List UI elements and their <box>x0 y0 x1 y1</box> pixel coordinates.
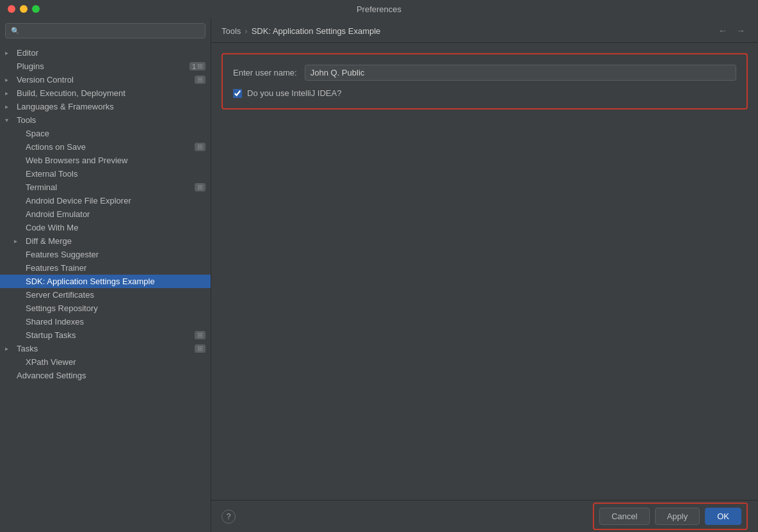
username-label: Enter user name: <box>233 68 297 77</box>
sidebar-item-diff-merge[interactable]: ▸Diff & Merge <box>0 234 211 248</box>
search-box[interactable]: 🔍 <box>5 23 206 38</box>
breadcrumb-separator: › <box>245 26 247 36</box>
ok-button[interactable]: OK <box>705 508 741 525</box>
sidebar-item-languages-frameworks[interactable]: ▸Languages & Frameworks <box>0 100 211 113</box>
nav-arrows: ← → <box>716 24 748 37</box>
sidebar-label-server-certificates: Server Certificates <box>26 290 211 300</box>
sidebar-label-plugins: Plugins <box>17 61 187 71</box>
sidebar-item-editor[interactable]: ▸Editor <box>0 46 211 60</box>
sidebar-label-editor: Editor <box>17 48 211 58</box>
nav-back-arrow[interactable]: ← <box>716 24 730 37</box>
sidebar-item-tools[interactable]: ▾Tools <box>0 113 211 127</box>
sidebar-item-build-execution[interactable]: ▸Build, Execution, Deployment <box>0 86 211 100</box>
sidebar-label-xpath-viewer: XPath Viewer <box>26 357 211 367</box>
action-buttons: Cancel Apply OK <box>593 503 748 530</box>
sidebar-label-version-control: Version Control <box>17 75 192 85</box>
cancel-button[interactable]: Cancel <box>599 508 649 525</box>
sidebar-item-plugins[interactable]: Plugins1⊞ <box>0 60 211 73</box>
intellij-checkbox[interactable] <box>233 89 242 98</box>
sidebar-item-android-emulator[interactable]: Android Emulator <box>0 207 211 221</box>
breadcrumb-current: SDK: Application Settings Example <box>252 26 381 36</box>
item-badge-actions-on-save: ⊞ <box>195 143 206 151</box>
sidebar-item-advanced-settings[interactable]: Advanced Settings <box>0 369 211 382</box>
checkbox-row: Do you use IntelliJ IDEA? <box>233 88 736 98</box>
sidebar-label-build-execution: Build, Execution, Deployment <box>17 88 211 98</box>
expand-arrow-diff-merge: ▸ <box>14 238 23 245</box>
window-controls <box>8 5 40 13</box>
sidebar-label-external-tools: External Tools <box>26 169 211 179</box>
close-button[interactable] <box>8 5 15 13</box>
sidebar-item-shared-indexes[interactable]: Shared Indexes <box>0 315 211 328</box>
sidebar-label-settings-repository: Settings Repository <box>26 303 211 313</box>
sidebar-item-xpath-viewer[interactable]: XPath Viewer <box>0 355 211 369</box>
sidebar-item-startup-tasks[interactable]: Startup Tasks⊞ <box>0 328 211 342</box>
content-header: Tools › SDK: Application Settings Exampl… <box>211 18 758 43</box>
sidebar-item-tasks[interactable]: ▸Tasks⊞ <box>0 342 211 355</box>
search-icon: 🔍 <box>11 27 20 35</box>
item-badge-startup-tasks: ⊞ <box>195 331 206 339</box>
bottom-bar: ? Cancel Apply OK <box>211 500 758 532</box>
sidebar-label-tasks: Tasks <box>17 344 192 353</box>
dialog: 🔍 ▸EditorPlugins1⊞▸Version Control⊞▸Buil… <box>0 18 758 532</box>
sidebar-item-features-suggester[interactable]: Features Suggester <box>0 248 211 261</box>
sidebar-item-android-device-file-explorer[interactable]: Android Device File Explorer <box>0 194 211 207</box>
content-body: Enter user name: Do you use IntelliJ IDE… <box>211 43 758 500</box>
breadcrumb: Tools › SDK: Application Settings Exampl… <box>222 26 380 36</box>
maximize-button[interactable] <box>32 5 40 13</box>
grid-icon-actions-on-save: ⊞ <box>197 143 203 151</box>
sidebar-item-code-with-me[interactable]: Code With Me <box>0 221 211 234</box>
sidebar-label-startup-tasks: Startup Tasks <box>26 330 192 340</box>
item-badge-tasks: ⊞ <box>195 344 206 353</box>
search-input[interactable] <box>24 26 200 35</box>
sidebar-label-features-trainer: Features Trainer <box>26 263 211 273</box>
sidebar: 🔍 ▸EditorPlugins1⊞▸Version Control⊞▸Buil… <box>0 18 211 532</box>
sidebar-item-settings-repository[interactable]: Settings Repository <box>0 302 211 315</box>
content-area: Tools › SDK: Application Settings Exampl… <box>211 18 758 532</box>
sidebar-label-space: Space <box>26 129 211 138</box>
help-button[interactable]: ? <box>222 510 236 524</box>
sidebar-item-actions-on-save[interactable]: Actions on Save⊞ <box>0 140 211 154</box>
sdk-panel: Enter user name: Do you use IntelliJ IDE… <box>222 53 748 109</box>
window-title: Preferences <box>357 4 401 14</box>
sidebar-label-sdk-app-settings: SDK: Application Settings Example <box>26 277 211 286</box>
checkbox-label: Do you use IntelliJ IDEA? <box>247 88 341 98</box>
sidebar-item-terminal[interactable]: Terminal⊞ <box>0 181 211 194</box>
sidebar-label-android-device-file-explorer: Android Device File Explorer <box>26 196 211 206</box>
sidebar-label-features-suggester: Features Suggester <box>26 250 211 259</box>
sidebar-item-space[interactable]: Space <box>0 127 211 140</box>
expand-arrow-version-control: ▸ <box>5 76 14 83</box>
sidebar-label-terminal: Terminal <box>26 182 192 192</box>
grid-icon-terminal: ⊞ <box>197 183 203 191</box>
grid-icon-plugins: ⊞ <box>197 62 203 70</box>
sidebar-label-advanced-settings: Advanced Settings <box>17 371 211 380</box>
sidebar-item-external-tools[interactable]: External Tools <box>0 167 211 181</box>
username-row: Enter user name: <box>233 65 736 81</box>
expand-arrow-tasks: ▸ <box>5 345 14 352</box>
grid-icon-startup-tasks: ⊞ <box>197 331 203 339</box>
item-badge-terminal: ⊞ <box>195 183 206 191</box>
sidebar-label-languages-frameworks: Languages & Frameworks <box>17 102 211 111</box>
sidebar-label-code-with-me: Code With Me <box>26 223 211 232</box>
minimize-button[interactable] <box>20 5 28 13</box>
sidebar-item-sdk-app-settings[interactable]: SDK: Application Settings Example <box>0 275 211 288</box>
expand-arrow-editor: ▸ <box>5 49 14 56</box>
sidebar-tree: ▸EditorPlugins1⊞▸Version Control⊞▸Build,… <box>0 44 211 532</box>
apply-button[interactable]: Apply <box>655 508 700 525</box>
sidebar-label-shared-indexes: Shared Indexes <box>26 317 211 326</box>
sidebar-item-web-browsers-preview[interactable]: Web Browsers and Preview <box>0 154 211 167</box>
sidebar-label-diff-merge: Diff & Merge <box>26 236 211 246</box>
grid-icon-version-control: ⊞ <box>197 76 203 84</box>
sidebar-label-web-browsers-preview: Web Browsers and Preview <box>26 156 211 165</box>
expand-arrow-tools: ▾ <box>5 117 14 124</box>
sidebar-item-server-certificates[interactable]: Server Certificates <box>0 288 211 302</box>
sidebar-item-features-trainer[interactable]: Features Trainer <box>0 261 211 275</box>
item-badge-version-control: ⊞ <box>195 76 206 84</box>
username-input[interactable] <box>305 65 736 81</box>
titlebar: Preferences <box>0 0 758 18</box>
sidebar-label-android-emulator: Android Emulator <box>26 209 211 219</box>
sidebar-item-version-control[interactable]: ▸Version Control⊞ <box>0 73 211 86</box>
nav-forward-arrow[interactable]: → <box>734 24 748 37</box>
grid-icon-tasks: ⊞ <box>197 344 203 353</box>
sidebar-label-tools: Tools <box>17 115 211 125</box>
item-badge-plugins: 1⊞ <box>190 62 206 70</box>
